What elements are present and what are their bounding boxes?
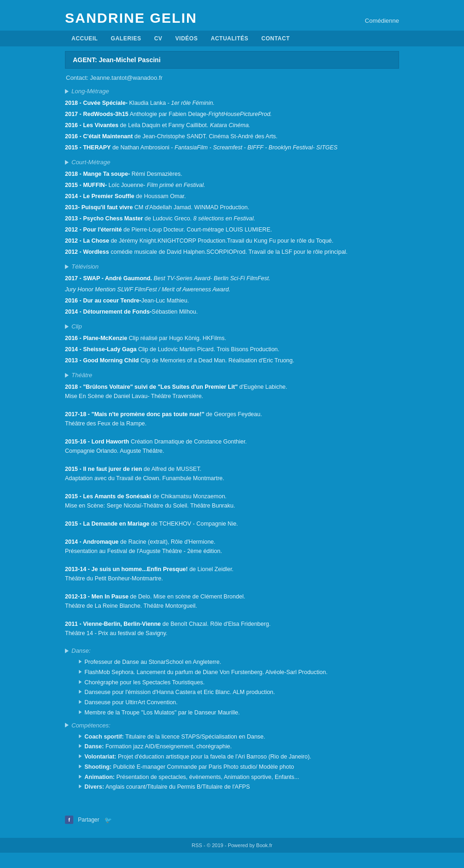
bullet-icon xyxy=(79,734,82,738)
list-item: 2018 - "Brûlons Voltaire" suivi de "Les … xyxy=(65,382,399,401)
list-item: 2012 - Pour l'éternité de Pierre-Loup Do… xyxy=(65,225,399,234)
list-item: 2012-13 - Men In Pause de Delo. Mise en … xyxy=(65,592,399,611)
bullet-icon xyxy=(79,670,82,674)
nav-cv[interactable]: CV xyxy=(148,31,169,46)
list-item: 2015-16 - Lord Haworth Création Dramatiq… xyxy=(65,437,399,456)
list-item: 2015 - THERAPY de Nathan Ambrosioni - Fa… xyxy=(65,143,399,152)
list-item: 2015 - Il ne faut jurer de rien de Alfre… xyxy=(65,464,399,483)
site-title: SANDRINE GELIN xyxy=(65,10,197,26)
list-item: 2016 - Plane-McKenzie Clip réalisé par H… xyxy=(65,334,399,343)
section-arrow-icon xyxy=(65,160,69,165)
list-item: 2011 - Vienne-Berlin, Berlin-Vienne de B… xyxy=(65,619,399,638)
section-clip: Clip xyxy=(65,323,399,330)
list-item: 2013- Puisqu'il faut vivre CM d'Abdellah… xyxy=(65,203,399,212)
bullet-icon xyxy=(79,754,82,758)
section-arrow-icon xyxy=(65,89,69,94)
list-item: 2014 - Sheisse-Lady Gaga Clip de Ludovic… xyxy=(65,345,399,354)
list-item: 2015 - MUFFIN- Loïc Jouenne- Film primé … xyxy=(65,180,399,190)
section-arrow-icon xyxy=(65,649,69,653)
court-metrage-entries: 2018 - Mange Ta soupe- Rémi Desmazières.… xyxy=(65,169,399,257)
list-item: 2014 - Le Premier Souffle de Houssam Oma… xyxy=(65,192,399,201)
section-theatre: Théâtre xyxy=(65,372,399,379)
list-item: 2016 - C'était Maintenant de Jean-Christ… xyxy=(65,132,399,141)
list-item: 2015 - La Demande en Mariage de TCHEKHOV… xyxy=(65,519,399,528)
bullet-icon xyxy=(79,680,82,684)
list-item: Coach sportif: Titulaire de la licence S… xyxy=(79,733,399,741)
section-television: Télévision xyxy=(65,263,399,270)
main-content: AGENT: Jean-Michel Pascini Contact: Jean… xyxy=(0,46,464,807)
list-item: 2014 - Andromaque de Racine (extrait), R… xyxy=(65,537,399,556)
list-item: 2015 - Les Amants de Sonésaki de Chikama… xyxy=(65,492,399,510)
list-item: 2017 - RedWoods-3h15 Anthologie par Fabi… xyxy=(65,109,399,119)
bullet-icon xyxy=(79,700,82,704)
list-item: 2017 - SWAP - André Gaumond. Best TV-Ser… xyxy=(65,274,399,283)
bullet-icon xyxy=(79,765,82,768)
bullet-icon xyxy=(79,710,82,714)
footer-rss: RSS xyxy=(192,842,202,848)
list-item: Danse: Formation jazz AID/Enseignement, … xyxy=(79,742,399,751)
list-item: 2018 - Cuvée Spéciale- Klaudia Lanka - 1… xyxy=(65,98,399,108)
section-court-metrage: Court-Métrage xyxy=(65,159,399,166)
header: SANDRINE GELIN Comédienne xyxy=(0,0,464,31)
nav-videos[interactable]: VIDÉOS xyxy=(169,31,204,46)
bullet-icon xyxy=(79,784,82,788)
list-item: FlashMob Sephora. Lancement du parfum de… xyxy=(79,668,399,677)
section-arrow-icon xyxy=(65,723,69,727)
list-item: Animation: Présentation de spectacles, é… xyxy=(79,773,399,782)
twitter-icon[interactable]: 🐦 xyxy=(104,816,112,824)
list-item: Professeur de Danse au StonarSchool en A… xyxy=(79,658,399,667)
list-item: 2013 - Psycho Chess Master de Ludovic Gr… xyxy=(65,214,399,223)
contact-line: Contact: Jeanne.tantot@wanadoo.fr xyxy=(65,74,399,81)
nav-accueil[interactable]: ACCUEIL xyxy=(65,31,104,46)
nav-actualites[interactable]: ACTUALITÉS xyxy=(204,31,255,46)
list-item: 2016 - Dur au coeur Tendre-Jean-Luc Math… xyxy=(65,296,399,305)
nav-contact[interactable]: CONTACT xyxy=(255,31,296,46)
list-item: Danseuse pour l'émission d'Hanna Castera… xyxy=(79,688,399,697)
television-entries: 2017 - SWAP - André Gaumond. Best TV-Ser… xyxy=(65,274,399,316)
footer-bottom: RSS - © 2019 - Powered by Book.fr xyxy=(0,838,464,853)
list-item: Membre de la Troupe "Los Mulatos" par le… xyxy=(79,708,399,717)
footer-copyright: © 2019 - Powered by Book.fr xyxy=(207,842,272,848)
agent-box: AGENT: Jean-Michel Pascini xyxy=(65,51,399,69)
theatre-entries: 2018 - "Brûlons Voltaire" suivi de "Les … xyxy=(65,382,399,638)
list-item: 2012 - La Chose de Jérémy Knight.KNIGHTC… xyxy=(65,236,399,245)
share-label[interactable]: Partager xyxy=(78,817,99,823)
bullet-icon xyxy=(79,660,82,663)
list-item: 2016 - Les Vivantes de Leila Daquin et F… xyxy=(65,121,399,130)
list-item: Shooting: Publicité E-manager Commande p… xyxy=(79,763,399,772)
bullet-icon xyxy=(79,690,82,694)
footer-social: f Partager 🐦 xyxy=(0,807,464,829)
navigation: ACCUEIL GALERIES CV VIDÉOS ACTUALITÉS CO… xyxy=(0,31,464,46)
danse-list: Professeur de Danse au StonarSchool en A… xyxy=(79,658,399,717)
competences-list: Coach sportif: Titulaire de la licence S… xyxy=(79,733,399,792)
list-item: Chorégraphe pour les Spectacles Touristi… xyxy=(79,678,399,687)
list-item: 2013-14 - Je suis un homme...Enfin Presq… xyxy=(65,565,399,583)
bullet-icon xyxy=(79,744,82,748)
list-item: Jury Honor Mention SLWF FilmFest / Merit… xyxy=(65,285,399,294)
list-item: Danseuse pour UltirrArt Convention. xyxy=(79,698,399,707)
facebook-icon[interactable]: f xyxy=(65,816,73,824)
section-arrow-icon xyxy=(65,264,69,269)
site-subtitle: Comédienne xyxy=(365,17,399,26)
list-item: 2013 - Good Morning Child Clip de Memori… xyxy=(65,356,399,365)
section-long-metrage: Long-Métrage xyxy=(65,88,399,95)
nav-galeries[interactable]: GALERIES xyxy=(104,31,148,46)
list-item: 2017-18 - "Mais n'te promène donc pas to… xyxy=(65,410,399,428)
list-item: 2018 - Mange Ta soupe- Rémi Desmazières. xyxy=(65,169,399,179)
long-metrage-entries: 2018 - Cuvée Spéciale- Klaudia Lanka - 1… xyxy=(65,98,399,152)
section-arrow-icon xyxy=(65,373,69,378)
clip-entries: 2016 - Plane-McKenzie Clip réalisé par H… xyxy=(65,334,399,365)
section-arrow-icon xyxy=(65,324,69,329)
bullet-icon xyxy=(79,775,82,778)
section-competences: Compétences: xyxy=(65,722,399,729)
list-item: 2014 - Détournement de Fonds-Sébastien M… xyxy=(65,307,399,316)
list-item: Divers: Anglais courant/Titulaire du Per… xyxy=(79,783,399,791)
list-item: Volontariat: Projet d'éducation artistiq… xyxy=(79,752,399,761)
list-item: 2012 - Wordless comédie musicale de Davi… xyxy=(65,247,399,257)
section-danse: Danse: xyxy=(65,647,399,654)
